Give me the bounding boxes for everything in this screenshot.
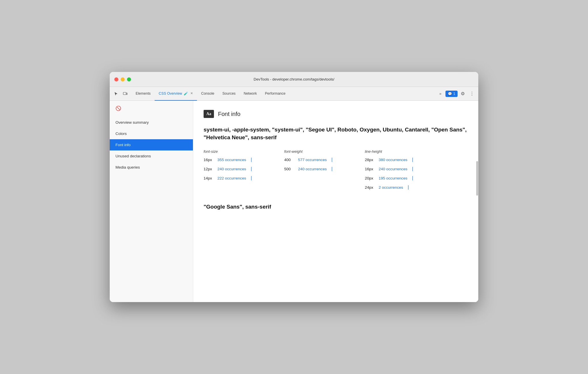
font-weight-row-1: 500 240 occurrences | — [284, 166, 365, 171]
section-header: Aa Font info — [204, 110, 468, 118]
scrollbar-thumb[interactable] — [476, 161, 478, 196]
line-height-value-0: 28px — [365, 158, 375, 162]
font-size-value-2: 14px — [204, 176, 214, 180]
maximize-button[interactable] — [127, 77, 131, 81]
tab-performance[interactable]: Performance — [261, 87, 290, 101]
line-height-value-2: 20px — [365, 176, 375, 180]
font-weight-occurrences-1[interactable]: 240 occurrences — [298, 167, 327, 171]
line-height-row-0: 28px 380 occurrences | — [365, 157, 445, 162]
sidebar-nav: Overview summary Colors Font info Unused… — [110, 116, 193, 174]
font-weight-value-1: 500 — [284, 167, 295, 171]
bar-indicator-w1: | — [331, 166, 333, 171]
bar-indicator-lh1: | — [412, 166, 413, 171]
bar-indicator-0: | — [251, 157, 252, 162]
line-height-value-3: 24px — [365, 185, 375, 190]
font-size-row-2: 14px 222 occurrences | — [204, 175, 284, 181]
line-height-row-3: 24px 2 occurrences | — [365, 185, 445, 190]
chat-icon: 💬 — [448, 92, 452, 96]
line-height-occurrences-3[interactable]: 2 occurrences — [379, 185, 403, 190]
line-height-occurrences-0[interactable]: 380 occurrences — [379, 158, 407, 162]
font-size-value-1: 12px — [204, 167, 214, 171]
font-weight-row-0: 400 577 occurrences | — [284, 157, 365, 162]
tab-elements[interactable]: Elements — [132, 87, 155, 101]
font-size-value-0: 16px — [204, 158, 214, 162]
line-height-occurrences-2[interactable]: 195 occurrences — [379, 176, 407, 180]
font-size-col: 16px 355 occurrences | 12px 240 occurren… — [204, 157, 284, 190]
tab-css-overview[interactable]: CSS Overview 🧪 ✕ — [155, 87, 197, 101]
bar-indicator-lh3: | — [408, 185, 409, 190]
window-title: DevTools - developer.chrome.com/tags/dev… — [254, 77, 334, 81]
bar-indicator-w0: | — [331, 157, 333, 162]
line-height-value-1: 16px — [365, 167, 375, 171]
section-title: Font info — [218, 111, 240, 117]
content-area: 🚫 Overview summary Colors Font info Unus… — [110, 101, 478, 302]
font-info-icon: Aa — [204, 110, 214, 118]
titlebar: DevTools - developer.chrome.com/tags/dev… — [110, 72, 478, 87]
tab-sources[interactable]: Sources — [218, 87, 240, 101]
font-size-row-0: 16px 355 occurrences | — [204, 157, 284, 162]
device-toolbar-icon[interactable] — [121, 90, 129, 98]
tab-console[interactable]: Console — [197, 87, 218, 101]
bar-indicator-lh2: | — [412, 175, 413, 181]
font-size-occurrences-2[interactable]: 222 occurrences — [217, 176, 246, 180]
bar-indicator-1: | — [251, 166, 252, 171]
minimize-button[interactable] — [121, 77, 125, 81]
devtools-tabs: Elements CSS Overview 🧪 ✕ Console Source… — [110, 87, 478, 101]
more-tabs-button[interactable]: » — [436, 90, 444, 98]
svg-rect-0 — [123, 92, 126, 95]
svg-rect-1 — [126, 93, 127, 95]
font-table-header: font-size font-weight line-height — [204, 148, 468, 155]
font-size-occurrences-1[interactable]: 240 occurrences — [217, 167, 246, 171]
tab-network[interactable]: Network — [240, 87, 261, 101]
sidebar-item-font-info[interactable]: Font info — [110, 139, 193, 150]
line-height-row-2: 20px 195 occurrences | — [365, 175, 445, 181]
font-weight-value-0: 400 — [284, 158, 295, 162]
font-family-name: system-ui, -apple-system, "system-ui", "… — [204, 126, 468, 141]
sidebar-item-unused-declarations[interactable]: Unused declarations — [110, 150, 193, 162]
flask-icon: 🧪 — [184, 91, 188, 96]
second-font-family: "Google Sans", sans-serif — [204, 204, 468, 210]
close-button[interactable] — [114, 77, 118, 81]
main-content: Aa Font info system-ui, -apple-system, "… — [193, 101, 478, 302]
tab-actions: » 💬 1 ⚙ ⋮ — [436, 90, 476, 98]
sidebar-header: 🚫 — [110, 101, 193, 116]
sidebar-item-overview-summary[interactable]: Overview summary — [110, 117, 193, 128]
font-table-body: 16px 355 occurrences | 12px 240 occurren… — [204, 157, 468, 190]
sidebar: 🚫 Overview summary Colors Font info Unus… — [110, 101, 193, 302]
font-size-row-1: 12px 240 occurrences | — [204, 166, 284, 171]
font-size-occurrences-0[interactable]: 355 occurrences — [217, 158, 246, 162]
sidebar-item-media-queries[interactable]: Media queries — [110, 162, 193, 173]
tab-close-icon[interactable]: ✕ — [190, 91, 193, 95]
traffic-lights — [114, 77, 131, 81]
settings-button[interactable]: ⚙ — [459, 90, 467, 98]
col-header-line-height: line-height — [365, 148, 445, 155]
tab-icons — [112, 90, 129, 98]
scrollbar-track[interactable] — [476, 101, 478, 302]
sidebar-item-colors[interactable]: Colors — [110, 128, 193, 139]
line-height-row-1: 16px 240 occurrences | — [365, 166, 445, 171]
notification-button[interactable]: 💬 1 — [445, 91, 458, 97]
bar-indicator-2: | — [251, 175, 252, 181]
col-header-font-size: font-size — [204, 148, 284, 155]
col-header-font-weight: font-weight — [284, 148, 365, 155]
more-options-button[interactable]: ⋮ — [468, 90, 476, 98]
bar-indicator-lh0: | — [412, 157, 413, 162]
font-weight-col: 400 577 occurrences | 500 240 occurrence… — [284, 157, 365, 190]
cursor-icon[interactable] — [112, 90, 120, 98]
devtools-window: DevTools - developer.chrome.com/tags/dev… — [110, 72, 478, 302]
font-weight-occurrences-0[interactable]: 577 occurrences — [298, 158, 327, 162]
no-entry-icon[interactable]: 🚫 — [114, 104, 122, 112]
line-height-col: 28px 380 occurrences | 16px 240 occurren… — [365, 157, 445, 190]
line-height-occurrences-1[interactable]: 240 occurrences — [379, 167, 407, 171]
